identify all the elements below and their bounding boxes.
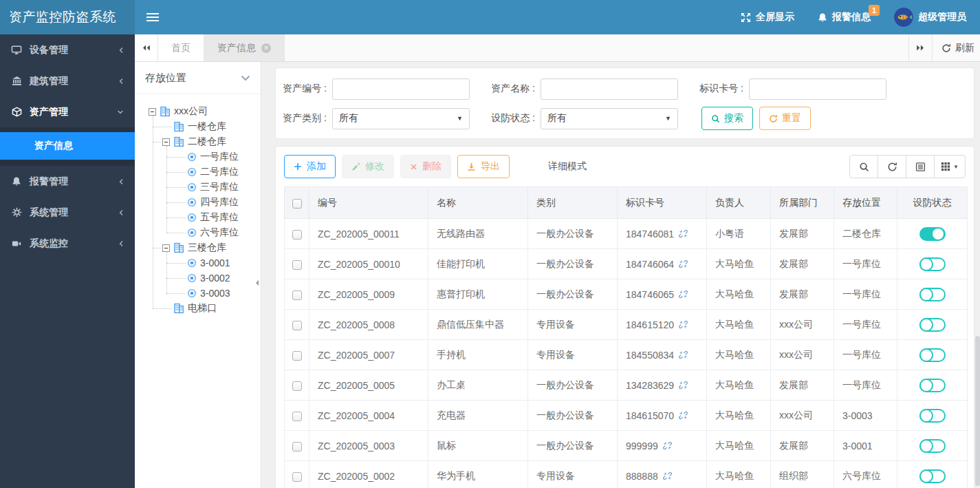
asset-name-input[interactable]	[541, 78, 678, 100]
unlink-icon[interactable]	[679, 320, 688, 329]
sidebar-item-system[interactable]: 系统管理	[0, 197, 135, 228]
radio-icon	[187, 182, 197, 192]
tree-node[interactable]: 3-0003	[187, 286, 230, 301]
delete-button[interactable]: 删除	[400, 155, 451, 178]
arm-toggle[interactable]	[919, 439, 946, 453]
asset-dept: 发展部	[779, 440, 808, 451]
row-checkbox[interactable]	[292, 412, 302, 421]
arm-toggle[interactable]	[919, 318, 946, 332]
asset-location: 3-0003	[842, 410, 873, 421]
tree-node[interactable]: 二号库位	[187, 165, 239, 180]
row-checkbox[interactable]	[292, 260, 302, 270]
tab-refresh-button[interactable]: 刷新	[932, 34, 980, 61]
app-logo[interactable]: 资产监控防盗系统	[0, 0, 135, 34]
tabs-scroll-left-button[interactable]	[135, 34, 158, 61]
row-checkbox[interactable]	[292, 381, 302, 391]
tree-node[interactable]: 一楼仓库	[173, 119, 226, 134]
row-checkbox[interactable]	[292, 472, 302, 482]
chevron-left-icon	[118, 178, 124, 186]
tree-node[interactable]: 六号库位	[187, 225, 239, 240]
row-checkbox[interactable]	[292, 321, 302, 330]
row-checkbox[interactable]	[292, 351, 302, 361]
sidebar-item-label: 系统管理	[30, 206, 68, 219]
unlink-icon[interactable]	[679, 259, 688, 268]
tree-node[interactable]: 电梯口	[173, 301, 217, 316]
asset-category: 专用设备	[536, 470, 575, 481]
fullscreen-button[interactable]: 全屏显示	[741, 11, 794, 23]
chevron-down-icon[interactable]	[241, 75, 250, 81]
unlink-icon[interactable]	[679, 290, 688, 299]
tree-node[interactable]: 3-0002	[187, 270, 230, 286]
tabs-scroll-right-button[interactable]	[908, 34, 932, 61]
card-no-label: 标识卡号 :	[694, 83, 749, 95]
arm-state-select[interactable]: 所有 ▼	[541, 108, 678, 129]
asset-no-input[interactable]	[332, 78, 470, 100]
tree-node[interactable]: 三楼仓库	[162, 240, 226, 255]
asset-location: 一号库位	[842, 258, 881, 269]
tab-close-icon[interactable]: ×	[261, 43, 271, 53]
tree-node[interactable]: 一号库位	[187, 149, 239, 165]
search-button[interactable]: 搜索	[701, 107, 753, 130]
arm-toggle[interactable]	[919, 227, 946, 241]
tree-expander-icon[interactable]	[149, 108, 156, 116]
row-checkbox[interactable]	[292, 230, 302, 240]
table-columns-button[interactable]: ▼	[934, 155, 966, 178]
arm-toggle[interactable]	[919, 257, 946, 271]
page-scrollbar-thumb[interactable]	[975, 336, 980, 486]
table-refresh-button[interactable]	[878, 155, 906, 178]
tree-node[interactable]: 三号库位	[187, 180, 239, 195]
card-no-input[interactable]	[749, 78, 886, 100]
bell-icon	[818, 12, 827, 23]
asset-no-label: 资产编号 :	[277, 83, 332, 95]
arm-toggle[interactable]	[919, 409, 946, 423]
sidebar-item-device[interactable]: 设备管理	[0, 34, 135, 65]
sidebar-item-building[interactable]: 建筑管理	[0, 65, 135, 96]
arm-toggle[interactable]	[919, 348, 946, 362]
unlink-icon[interactable]	[679, 381, 688, 390]
asset-id: ZC_202005_0002	[318, 471, 395, 482]
export-button[interactable]: 导出	[457, 155, 510, 178]
asset-owner: 大马哈鱼	[715, 349, 754, 360]
username: 超级管理员	[918, 11, 966, 23]
sidebar-subitem-asset-info[interactable]: 资产信息	[0, 132, 135, 160]
tab-home[interactable]: 首页	[158, 34, 204, 61]
add-button[interactable]: 添加	[284, 155, 336, 178]
table-search-button[interactable]	[849, 155, 878, 178]
tree-node[interactable]: 五号库位	[187, 210, 239, 225]
tree-connector	[166, 293, 186, 294]
tree-node[interactable]: 二楼仓库	[162, 134, 226, 149]
tree-expander-icon[interactable]	[162, 138, 170, 146]
arm-state-select-value: 所有	[547, 112, 567, 125]
table-detail-view-button[interactable]	[906, 155, 935, 178]
radio-icon	[187, 258, 197, 268]
unlink-icon[interactable]	[663, 471, 672, 480]
monitor-icon	[10, 45, 23, 55]
row-checkbox[interactable]	[292, 290, 302, 300]
column-header: 类别	[528, 187, 618, 219]
tree-node[interactable]: 3-0001	[187, 255, 230, 270]
row-checkbox[interactable]	[292, 442, 302, 452]
unlink-icon[interactable]	[679, 350, 688, 359]
select-all-checkbox[interactable]	[292, 199, 302, 209]
tree-node[interactable]: 四号库位	[187, 195, 239, 210]
unlink-icon[interactable]	[679, 411, 688, 420]
tab-asset-info[interactable]: 资产信息 ×	[204, 34, 285, 61]
reset-button[interactable]: 重置	[759, 107, 811, 130]
tree-collapse-handle[interactable]	[253, 274, 260, 292]
sidebar-item-asset[interactable]: 资产管理	[0, 96, 135, 127]
arm-toggle[interactable]	[919, 379, 946, 392]
sidebar-toggle-icon[interactable]	[146, 17, 159, 18]
double-left-icon	[142, 44, 151, 52]
arm-toggle[interactable]	[919, 469, 946, 483]
alarm-button[interactable]: 报警信息 1	[818, 11, 871, 23]
user-menu[interactable]: 超级管理员	[894, 8, 966, 27]
arm-toggle[interactable]	[919, 288, 946, 301]
tree-node[interactable]: xxx公司	[149, 104, 208, 119]
category-select[interactable]: 所有 ▼	[332, 108, 470, 129]
tree-expander-icon[interactable]	[162, 244, 170, 252]
unlink-icon[interactable]	[679, 229, 688, 238]
sidebar-item-alarm[interactable]: 报警管理	[0, 166, 135, 197]
edit-button[interactable]: 修改	[342, 155, 394, 178]
unlink-icon[interactable]	[663, 441, 672, 450]
sidebar-item-monitoring[interactable]: 系统监控	[0, 228, 135, 259]
